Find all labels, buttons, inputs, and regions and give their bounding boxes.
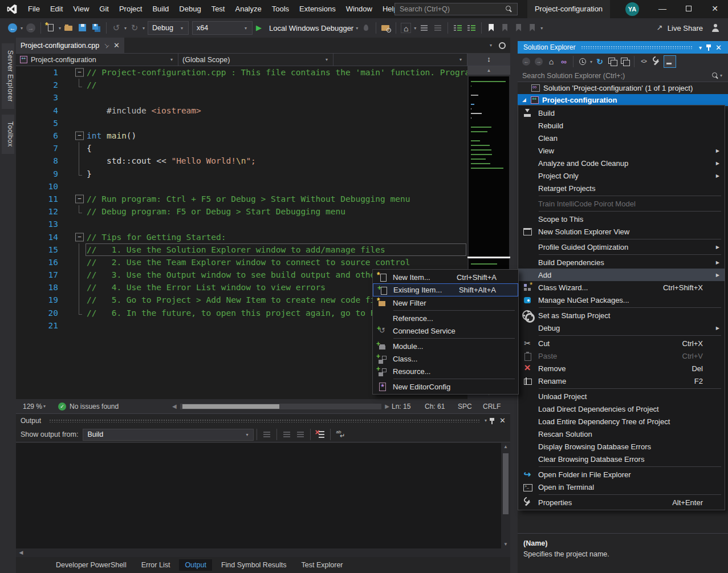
menu-analyze[interactable]: Analyze (230, 0, 266, 18)
sidebar-tab-server-explorer[interactable]: Server Explorer (2, 43, 14, 109)
output-scrollbar-thumb[interactable] (503, 453, 509, 514)
open-file-icon[interactable] (64, 23, 74, 33)
start-debugging-icon[interactable] (256, 23, 266, 33)
configuration-dropdown[interactable]: Debug ▾ (148, 21, 189, 35)
expand-arrow-icon[interactable] (522, 98, 526, 102)
pending-changes-filter-icon[interactable] (577, 56, 588, 67)
output-source-dropdown[interactable]: Build ▾ (83, 429, 254, 441)
se-home-icon[interactable] (546, 56, 556, 67)
menu-window[interactable]: Window (341, 0, 377, 18)
live-share-label[interactable]: Live Share (668, 24, 703, 32)
increase-indent-icon[interactable] (466, 23, 477, 33)
issues-status[interactable]: No issues found (70, 403, 119, 411)
fold-collapse-icon[interactable] (58, 230, 87, 243)
panel-tab-output[interactable]: Output (179, 559, 212, 571)
document-list-dropdown-icon[interactable]: ▾ (490, 43, 492, 48)
collapse-all-icon[interactable] (607, 56, 617, 67)
menu-item-rebuild[interactable]: Rebuild (518, 119, 725, 132)
member-dropdown[interactable]: ▾ (334, 53, 467, 66)
refresh-icon[interactable] (595, 56, 605, 67)
output-scroll-up-icon[interactable]: ▲ (501, 443, 510, 451)
output-content[interactable] (16, 443, 501, 548)
status-spaces[interactable]: SPC (458, 403, 483, 411)
preview-selected-items-icon[interactable] (664, 55, 676, 68)
avatar[interactable]: YA (625, 2, 639, 16)
output-menu-icon[interactable]: ▾ (485, 418, 487, 423)
menu-item-view[interactable]: View▶ (518, 144, 725, 157)
horizontal-scrollbar[interactable] (180, 404, 381, 409)
toggle-word-wrap-icon[interactable] (335, 429, 345, 440)
navigate-forward-icon[interactable] (26, 23, 36, 33)
show-all-files-icon[interactable] (638, 56, 649, 67)
close-tab-icon[interactable]: ✕ (113, 41, 120, 50)
hot-reload-icon[interactable] (361, 23, 371, 33)
menu-item-class[interactable]: Class... (373, 352, 518, 365)
search-options-icon[interactable]: ▾ (720, 73, 722, 78)
menu-item-display-browsing-database-errors[interactable]: Display Browsing Database Errors (518, 440, 725, 453)
panel-tab-error-list[interactable]: Error List (136, 559, 176, 571)
back-dropdown-icon[interactable]: ▾ (21, 26, 23, 31)
solution-explorer-pin-icon[interactable] (705, 43, 713, 51)
hscroll-right-icon[interactable]: ▶ (383, 403, 392, 409)
feedback-icon[interactable] (710, 23, 721, 33)
menu-item-rename[interactable]: RenameF2 (518, 375, 725, 387)
menu-item-project-only[interactable]: Project Only▶ (518, 169, 725, 182)
menu-item-manage-nuget-packages[interactable]: Manage NuGet Packages... (518, 294, 725, 306)
panel-tab-developer-powershell[interactable]: Developer PowerShell (50, 559, 132, 571)
pin-tab-icon[interactable]: ⊣ (103, 42, 111, 50)
solution-explorer-close-icon[interactable]: ✕ (715, 43, 722, 52)
menu-item-module[interactable]: Module... (373, 340, 518, 352)
filter-dropdown-icon[interactable]: ▾ (590, 59, 592, 64)
platform-dropdown[interactable]: x64 ▾ (192, 21, 253, 35)
menu-item-build-dependencies[interactable]: Build Dependencies▶ (518, 256, 725, 269)
project-dropdown[interactable]: Project-configuration ▾ (16, 53, 178, 66)
menu-item-new-item[interactable]: New Item...Ctrl+Shift+A (373, 271, 518, 283)
minimize-button[interactable]: — (649, 0, 676, 18)
output-vertical-scrollbar[interactable]: ▲ ▼ (501, 443, 510, 548)
scope-dropdown[interactable]: (Global Scope) ▾ (178, 53, 334, 66)
solution-explorer-search[interactable]: Search Solution Explorer (Ctrl+;) ▾ (518, 70, 728, 82)
panel-tab-test-explorer[interactable]: Test Explorer (296, 559, 349, 571)
undo-icon[interactable] (111, 23, 121, 33)
menu-item-paste[interactable]: PasteCtrl+V (518, 350, 725, 362)
save-all-icon[interactable] (91, 23, 101, 33)
maximize-button[interactable] (676, 0, 702, 18)
menu-build[interactable]: Build (147, 0, 174, 18)
menu-item-new-filter[interactable]: New Filter (373, 296, 518, 309)
sync-with-active-document-icon[interactable] (419, 23, 429, 33)
document-tab[interactable]: Project-configuration.cpp ⊣ ✕ (16, 38, 124, 53)
new-file-icon[interactable]: * (46, 23, 56, 33)
hscroll-left-icon[interactable]: ◀ (170, 403, 179, 409)
menu-item-retarget-projects[interactable]: Retarget Projects (518, 182, 725, 194)
navigate-back-icon[interactable] (7, 23, 18, 33)
editor-options-icon[interactable] (499, 42, 506, 49)
menu-item-remove[interactable]: RemoveDel (518, 362, 725, 375)
menu-item-profile-guided-optimization[interactable]: Profile Guided Optimization▶ (518, 241, 725, 253)
menu-item-connected-service[interactable]: Connected Service (373, 324, 518, 337)
solution-explorer-title-bar[interactable]: Solution Explorer ▾ ✕ (518, 41, 728, 54)
menu-tools[interactable]: Tools (267, 0, 294, 18)
menu-item-build[interactable]: Build (518, 107, 725, 119)
menu-item-cut[interactable]: CutCtrl+X (518, 337, 725, 350)
menu-item-open-folder-in-file-explorer[interactable]: Open Folder in File Explorer (518, 468, 725, 481)
save-icon[interactable] (78, 23, 88, 33)
home-icon[interactable] (401, 23, 411, 33)
find-in-files-icon[interactable] (381, 23, 391, 33)
redo-icon[interactable] (129, 23, 140, 33)
menu-debug[interactable]: Debug (174, 0, 206, 18)
new-file-dropdown-icon[interactable]: ▾ (59, 26, 61, 31)
menu-item-reference[interactable]: Reference... (373, 312, 518, 324)
undo-dropdown-icon[interactable]: ▾ (124, 26, 127, 31)
menu-item-load-entire-dependency-tree-of-project[interactable]: Load Entire Dependency Tree of Project (518, 415, 725, 428)
output-horizontal-scrollbar[interactable]: ◀ (16, 548, 510, 557)
fold-collapse-icon[interactable] (58, 193, 87, 205)
menu-project[interactable]: Project (114, 0, 147, 18)
menu-edit[interactable]: Edit (45, 0, 68, 18)
menu-item-scope-to-this[interactable]: Scope to This (518, 213, 725, 225)
menu-git[interactable]: Git (94, 0, 114, 18)
menu-item-load-direct-dependencies-of-project[interactable]: Load Direct Dependencies of Project (518, 403, 725, 415)
panel-tab-find-symbol-results[interactable]: Find Symbol Results (215, 559, 292, 571)
sync-selection-icon[interactable] (620, 56, 630, 67)
close-button[interactable]: ✕ (702, 0, 728, 18)
menu-item-class-wizard[interactable]: Class Wizard...Ctrl+Shift+X (518, 281, 725, 294)
